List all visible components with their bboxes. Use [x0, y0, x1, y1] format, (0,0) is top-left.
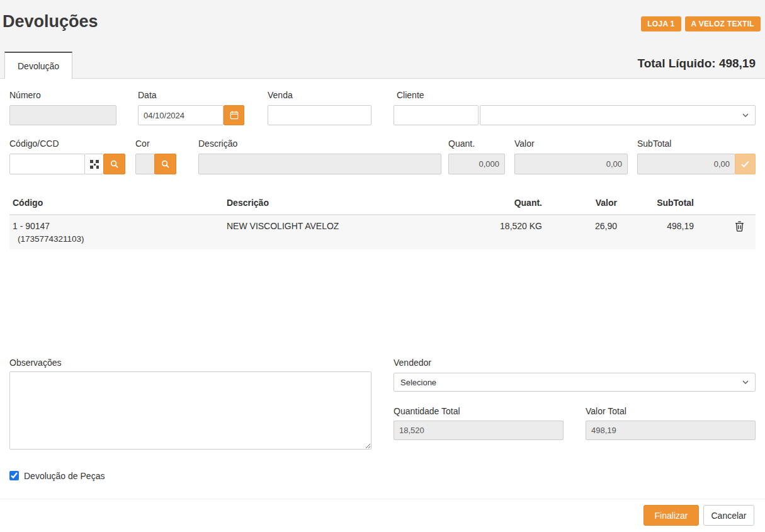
numero-label: Número [9, 90, 41, 100]
row-descricao: NEW VISCOLIGHT AVELOZ [224, 215, 476, 249]
observacoes-textarea[interactable] [9, 371, 371, 450]
header-badges: LOJA 1 A VELOZ TEXTIL [641, 16, 761, 31]
finalizar-button[interactable]: Finalizar [643, 505, 699, 526]
barcode-icon [90, 160, 99, 169]
codigo-ccd-input[interactable] [9, 154, 85, 174]
devolucao-pecas-checkbox[interactable] [9, 471, 19, 480]
tab-devolucao[interactable]: Devolução [4, 52, 72, 79]
table-header-row: Código Descrição Quant. Valor SubTotal [9, 193, 756, 215]
calendar-icon [230, 111, 239, 120]
codigo-ccd-label: Código/CCD [9, 139, 59, 149]
descricao-input [198, 154, 441, 174]
check-icon [741, 161, 749, 167]
row-valor: 26,90 [545, 215, 620, 249]
quantidade-total-input [394, 421, 564, 440]
col-codigo: Código [9, 193, 224, 214]
row-actions [697, 215, 756, 249]
store-badge[interactable]: LOJA 1 [641, 16, 681, 31]
total-liquido-label: Total Líquido: 498,19 [637, 57, 756, 71]
subtotal-label: SubTotal [637, 139, 671, 149]
row-subtotal: 498,19 [620, 215, 697, 249]
valor-total-input [586, 421, 756, 440]
col-subtotal: SubTotal [620, 193, 697, 214]
confirm-item-button[interactable] [735, 154, 756, 174]
cliente-select[interactable] [480, 105, 756, 125]
valor-input [514, 154, 628, 174]
table-row: 1 - 90147 (1735774321103) NEW VISCOLIGHT… [9, 215, 756, 249]
row-codigo-main: 1 - 90147 [13, 221, 220, 231]
page-title: Devoluções [3, 12, 98, 31]
search-icon [110, 160, 118, 168]
valor-total-label: Valor Total [586, 406, 626, 416]
page-header: Devoluções LOJA 1 A VELOZ TEXTIL [0, 0, 765, 48]
col-quant: Quant. [476, 193, 545, 214]
chevron-down-icon [742, 380, 749, 384]
devolucoes-page: Devoluções LOJA 1 A VELOZ TEXTIL Devoluç… [0, 0, 765, 532]
chevron-down-icon [742, 113, 749, 117]
items-table: Código Descrição Quant. Valor SubTotal 1… [9, 193, 756, 249]
vendedor-label: Vendedor [394, 358, 431, 368]
cor-input [135, 154, 155, 174]
venda-input[interactable] [268, 105, 371, 125]
vendedor-select-value: Selecione [400, 378, 436, 387]
codigo-search-button[interactable] [103, 154, 125, 174]
descricao-label: Descrição [198, 139, 237, 149]
company-badge[interactable]: A VELOZ TEXTIL [685, 16, 761, 31]
cliente-label: Cliente [397, 90, 424, 100]
data-input[interactable] [138, 105, 224, 125]
observacoes-label: Observações [9, 358, 61, 368]
data-label: Data [138, 90, 157, 100]
calendar-button[interactable] [224, 105, 244, 125]
quant-label: Quant. [448, 139, 475, 149]
vendedor-select[interactable]: Selecione [394, 373, 756, 392]
cancelar-button[interactable]: Cancelar [703, 505, 754, 526]
delete-row-button[interactable] [735, 221, 744, 249]
valor-label: Valor [514, 139, 535, 149]
barcode-button[interactable] [84, 154, 104, 174]
numero-input [9, 105, 116, 125]
row-codigo: 1 - 90147 (1735774321103) [9, 215, 224, 249]
quantidade-total-label: Quantidade Total [394, 406, 460, 416]
row-quant: 18,520 KG [476, 215, 545, 249]
cor-search-button[interactable] [154, 154, 176, 174]
subtotal-input [637, 154, 735, 174]
quant-input [448, 154, 505, 174]
col-descricao: Descrição [224, 193, 476, 214]
cor-label: Cor [135, 139, 150, 149]
footer-divider [0, 499, 765, 499]
devolucao-pecas-label: Devolução de Peças [24, 471, 105, 481]
search-icon [161, 160, 169, 168]
col-actions [697, 193, 756, 214]
row-codigo-detail: (1735774321103) [13, 231, 220, 244]
trash-icon [735, 224, 744, 234]
cliente-code-input[interactable] [394, 105, 479, 125]
venda-label: Venda [268, 90, 293, 100]
tab-bar: Devolução Total Líquido: 498,19 [0, 48, 765, 79]
col-valor: Valor [545, 193, 620, 214]
